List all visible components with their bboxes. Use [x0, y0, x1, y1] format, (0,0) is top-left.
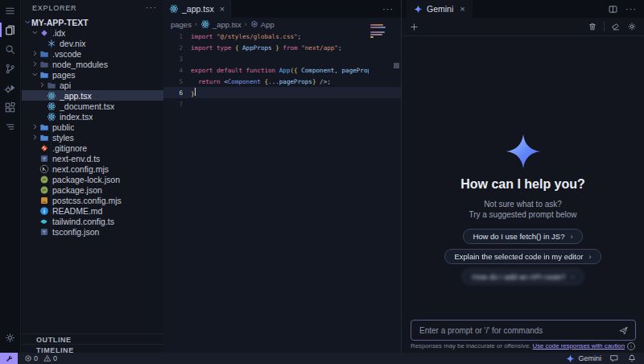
- error-icon: [24, 354, 32, 362]
- tree-item--idx[interactable]: .idx: [22, 27, 163, 38]
- prompt-pill-2[interactable]: Explain the selected code in my editor›: [444, 249, 601, 264]
- prompt-pill-1[interactable]: How do I use fetch() in JS?›: [463, 229, 582, 244]
- line-number: 5: [163, 78, 189, 85]
- code-line-3[interactable]: 3: [163, 53, 401, 64]
- minimap[interactable]: [370, 24, 387, 39]
- next-icon: [39, 163, 49, 174]
- chevron-right-icon: [31, 123, 39, 130]
- tree-item-tsconfig-json[interactable]: tsconfig.json: [22, 226, 163, 237]
- code-line-6[interactable]: 6}: [163, 87, 401, 98]
- chevron-right-icon: [31, 50, 39, 57]
- activity-source-control[interactable]: [0, 60, 21, 77]
- nix-icon: [46, 38, 56, 48]
- problems-errors[interactable]: 0: [24, 354, 38, 362]
- clear-chat-icon[interactable]: [611, 22, 621, 31]
- code-line-2[interactable]: 2import type { AppProps } from "next/app…: [163, 42, 401, 53]
- tree-root[interactable]: MY-APP-TEXT: [22, 17, 163, 27]
- code-line-7[interactable]: 7: [163, 98, 401, 110]
- line-number: 7: [163, 101, 189, 108]
- prompt-label: How do I use fetch() in JS?: [473, 232, 564, 241]
- tree-item-pages[interactable]: pages: [22, 69, 163, 80]
- gemini-toolbar: [402, 18, 644, 36]
- close-tab-icon[interactable]: ×: [460, 4, 464, 14]
- tree-item-package-lock-json[interactable]: package-lock.json: [22, 174, 163, 184]
- tab-gemini[interactable]: Gemini ×: [407, 0, 473, 18]
- tree-item--document-tsx[interactable]: _document.tsx: [22, 101, 163, 111]
- code-line-5[interactable]: 5 return <Component {...pageProps} />;: [163, 76, 401, 87]
- close-tab-icon[interactable]: ×: [220, 4, 225, 14]
- react-icon: [46, 111, 56, 122]
- tools-button[interactable]: [0, 353, 18, 364]
- tree-item-postcss-config-mjs[interactable]: postcss.config.mjs: [22, 195, 163, 205]
- tree-item-dev-nix[interactable]: dev.nix: [22, 38, 163, 48]
- gemini-tab-label: Gemini: [427, 4, 453, 14]
- editor-scrollbar-thumb[interactable]: [394, 63, 399, 68]
- tree-item-next-config-mjs[interactable]: next.config.mjs: [22, 163, 163, 174]
- tree-item-readme-md[interactable]: README.md: [22, 205, 163, 216]
- editor-more-actions-icon[interactable]: ···: [382, 0, 401, 18]
- tree-item--vscode[interactable]: .vscode: [22, 48, 163, 59]
- notifications-bell-icon[interactable]: [627, 354, 637, 363]
- tree-item-package-json[interactable]: package.json: [22, 184, 163, 195]
- tree-item-label: next-env.d.ts: [52, 154, 100, 163]
- breadcrumb-separator: ›: [245, 20, 247, 28]
- activity-run-preview[interactable]: [0, 79, 21, 97]
- activity-search[interactable]: [0, 40, 21, 58]
- tree-item-node-modules[interactable]: node_modules: [22, 59, 163, 69]
- activity-task-list[interactable]: [0, 118, 21, 135]
- gemini-settings-icon[interactable]: [627, 22, 637, 31]
- delete-chat-icon[interactable]: [588, 22, 597, 31]
- new-chat-icon[interactable]: [409, 22, 419, 32]
- folder-dim-icon: [39, 59, 49, 69]
- subtext-line2: Try a suggested prompt below: [469, 209, 576, 220]
- tree-item-public[interactable]: public: [22, 122, 163, 132]
- tree-item-label: .gitignore: [52, 143, 87, 153]
- react-icon: [200, 19, 210, 29]
- file-tree: MY-APP-TEXT.idxdev.nix.vscodenode_module…: [22, 17, 163, 237]
- tab-app-tsx[interactable]: _app.tsx ×: [163, 0, 231, 18]
- disclaimer: Responses may be inaccurate or offensive…: [402, 342, 644, 350]
- idx-icon: [39, 27, 49, 38]
- warning-icon: [43, 354, 52, 362]
- statusbar-gemini[interactable]: Gemini: [566, 354, 601, 363]
- tree-item-styles[interactable]: styles: [22, 132, 163, 143]
- explorer-more-actions-icon[interactable]: ···: [146, 2, 157, 12]
- dts-icon: [39, 226, 49, 237]
- tree-item-index-tsx[interactable]: index.tsx: [22, 111, 163, 122]
- toolbar-divider: [604, 22, 605, 31]
- caution-link[interactable]: Use code responses with caution: [533, 342, 625, 350]
- breadcrumb-pages[interactable]: pages: [171, 20, 192, 29]
- tree-item-tailwind-config-ts[interactable]: tailwind.config.ts: [22, 216, 163, 226]
- code-line-1[interactable]: 1import "@/styles/globals.css";: [163, 31, 401, 42]
- tree-item-label: postcss.config.mjs: [52, 196, 122, 205]
- subtext-line1: Not sure what to ask?: [469, 199, 576, 209]
- tree-item-label: README.md: [52, 206, 102, 216]
- chevron-right-icon: ›: [572, 272, 574, 281]
- tree-item-next-env-d-ts[interactable]: next-env.d.ts: [22, 153, 163, 163]
- npm-icon: [39, 184, 49, 195]
- tree-item--gitignore[interactable]: .gitignore: [22, 143, 163, 153]
- chevron-right-icon: [31, 60, 39, 68]
- panel-more-actions-icon[interactable]: ···: [625, 4, 637, 14]
- activity-menu[interactable]: [0, 2, 21, 19]
- problems-warnings[interactable]: 0: [43, 354, 57, 362]
- activity-settings[interactable]: [0, 329, 21, 346]
- breadcrumb-app[interactable]: App: [250, 20, 275, 29]
- breadcrumb--app-tsx[interactable]: _app.tsx: [200, 19, 242, 29]
- tree-item--app-tsx[interactable]: _app.tsx: [22, 90, 163, 101]
- send-icon[interactable]: [618, 325, 629, 336]
- tree-item-api[interactable]: api: [22, 80, 163, 90]
- prompt-pill-3[interactable]: How do I add an API route?›: [462, 269, 583, 284]
- code-line-4[interactable]: 4export default function App({ Component…: [163, 64, 401, 76]
- symbol-icon: [250, 20, 258, 28]
- breadcrumb-separator: ›: [195, 20, 197, 28]
- info-icon[interactable]: i: [627, 342, 635, 350]
- explorer-header: EXPLORER ···: [22, 0, 163, 16]
- activity-extensions[interactable]: [0, 98, 21, 116]
- feedback-icon[interactable]: [609, 354, 619, 363]
- split-editor-icon[interactable]: [608, 4, 618, 14]
- activity-explorer[interactable]: [0, 21, 21, 39]
- outline-section[interactable]: OUTLINE: [22, 333, 163, 345]
- code-area[interactable]: 1import "@/styles/globals.css";2import t…: [163, 31, 401, 353]
- prompt-input[interactable]: [418, 325, 618, 336]
